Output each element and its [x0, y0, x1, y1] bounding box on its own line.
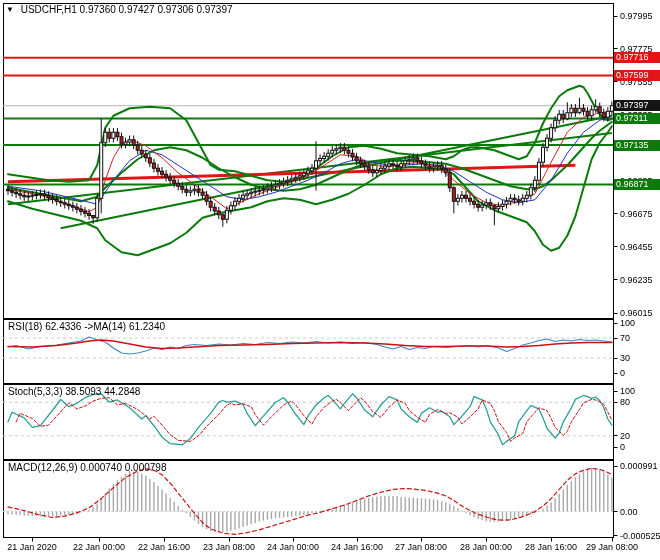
- time-axis-label: 29 Jan 08:00: [586, 542, 638, 553]
- time-axis-label: 22 Jan 16:00: [138, 542, 190, 553]
- price-axis-tick: 0.96675: [620, 209, 653, 220]
- symbol-period-label: USDCHF,H1: [21, 4, 77, 15]
- time-axis-label: 28 Jan 16:00: [525, 542, 577, 553]
- stoch-panel-title: Stoch(5,3,3) 38.5093 44.2848: [8, 386, 140, 397]
- stoch-scale-tick: 0: [620, 442, 625, 453]
- price-axis-tick: 0.96455: [620, 242, 653, 253]
- time-axis-label: 28 Jan 00:00: [460, 542, 512, 553]
- resistance-level-badge: 0.97716: [614, 52, 660, 63]
- price-axis-tick: 0.97995: [620, 11, 653, 22]
- rsi-scale-tick: 30: [620, 353, 630, 364]
- stoch-scale-tick: 80: [620, 397, 630, 408]
- chart-plot-area[interactable]: [0, 0, 660, 560]
- ohlc-values: 0.97360 0.97427 0.97306 0.97397: [80, 4, 233, 15]
- macd-panel-title: MACD(12,26,9) 0.000740 0.000798: [8, 462, 166, 473]
- time-axis-label: 24 Jan 16:00: [331, 542, 383, 553]
- macd-scale-tick: 0.000991: [620, 461, 658, 472]
- chart-title: ▼ USDCHF,H1 0.97360 0.97427 0.97306 0.97…: [6, 4, 233, 15]
- rsi-scale-tick: 100: [620, 318, 635, 329]
- rsi-panel-title: RSI(18) 62.4336 ->MA(14) 61.2340: [8, 321, 165, 332]
- trading-chart-window: ▼ USDCHF,H1 0.97360 0.97427 0.97306 0.97…: [0, 0, 660, 560]
- time-axis-label: 22 Jan 00:00: [73, 542, 125, 553]
- macd-scale-tick: -0.000525: [620, 531, 660, 542]
- time-axis-label: 27 Jan 08:00: [395, 542, 447, 553]
- time-axis-label: 24 Jan 00:00: [267, 542, 319, 553]
- stoch-scale-tick: 100: [620, 386, 635, 397]
- time-axis-label: 23 Jan 08:00: [203, 542, 255, 553]
- macd-scale-tick: 0.00: [620, 507, 638, 518]
- support-level-badge: 0.96871: [614, 179, 660, 190]
- rsi-scale-tick: 70: [620, 333, 630, 344]
- symbol-dropdown-icon[interactable]: ▼: [6, 5, 14, 14]
- support-level-badge: 0.97135: [614, 140, 660, 151]
- current-price-badge: 0.97397: [614, 100, 660, 111]
- rsi-scale-tick: 0: [620, 368, 625, 379]
- resistance-level-badge: 0.97599: [614, 70, 660, 81]
- stoch-scale-tick: 20: [620, 431, 630, 442]
- time-axis-label: 21 Jan 2020: [7, 542, 57, 553]
- price-axis-tick: 0.96235: [620, 275, 653, 286]
- support-level-badge: 0.97311: [614, 113, 660, 124]
